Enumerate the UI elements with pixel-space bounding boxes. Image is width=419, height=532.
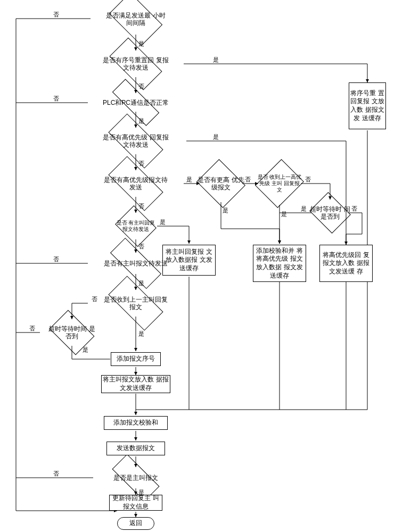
decision-recv-prev-high-pri-reply: 是否 收到上一高优先级 主叫 回复报文	[264, 165, 295, 202]
edge-label-yes: 是	[213, 133, 219, 141]
decision-high-pri-reply: 是否有高优先级 回复报文待发送	[110, 128, 161, 154]
edge-label-no: 否	[138, 243, 144, 251]
process-add-checksum: 添加报文校验和	[104, 416, 168, 430]
edge-label-yes: 是	[186, 176, 192, 184]
edge-label-yes: 是	[160, 218, 166, 226]
edge-label-no: 否	[138, 202, 144, 210]
decision-recv-prev-caller-reply: 是否收到上一主叫回复 报文	[110, 290, 161, 317]
decision-timeout-wait-2: 超时等待时 间是否到	[314, 200, 346, 226]
edge-label-yes: 是	[83, 346, 88, 354]
decision-caller-msg: 是否有主叫报文待发送	[110, 253, 161, 274]
terminator-return: 返回	[117, 517, 154, 530]
edge-label-yes: 是	[138, 117, 144, 125]
decision-timeout-wait: 超时等待时间 是否到	[53, 319, 91, 346]
process-put-caller-msg: 将主叫报文放入数 据报文发送缓存	[101, 375, 170, 393]
process-update-pending-reply: 更新待回复主 叫报文信息	[109, 495, 162, 511]
edge-label-no: 否	[53, 11, 59, 19]
edge-label-no: 否	[138, 82, 144, 90]
decision-seq-reset-reply: 是否有序号重置回 复报文待发送	[112, 51, 160, 77]
decision-higher-pri-msg: 是否有更高 优先级报文	[202, 168, 240, 200]
edge-label-yes: 是	[223, 206, 228, 214]
edge-label-no: 否	[53, 470, 59, 478]
edge-label-no: 否	[29, 325, 35, 332]
edge-label-no: 否	[92, 295, 97, 303]
edge-label-yes: 是	[138, 330, 144, 338]
edge-label-no: 否	[53, 255, 59, 263]
decision-min-interval: 是否满足发送最 小时间间隔	[113, 4, 159, 34]
process-send-data: 发送数据报文	[106, 442, 165, 455]
process-put-high-pri-reply: 将高优先级回 复报文放入数 据报文发送缓 存	[319, 245, 373, 282]
process-add-checksum-high-pri: 添加校验和并 将将高优先级 报文放入数据 报文发送缓存	[253, 245, 306, 282]
edge-label-yes: 是	[138, 488, 144, 496]
edge-label-yes: 是	[301, 205, 307, 213]
process-add-seq: 添加报文序号	[111, 352, 161, 366]
decision-high-pri-msg: 是否有高优先级报文待 发送	[110, 170, 161, 197]
process-put-seq-reset-reply: 将序号重 置回复报 文放入数 据报文发 送缓存	[349, 82, 386, 129]
edge-label-yes: 是	[213, 56, 219, 64]
edge-label-no: 否	[53, 95, 59, 103]
edge-label-no: 否	[138, 160, 144, 168]
edge-label-yes: 是	[138, 40, 144, 48]
edge-label-yes: 是	[138, 279, 144, 287]
edge-label-no: 否	[305, 176, 311, 184]
decision-is-caller-msg: 是否是主叫报文	[113, 467, 159, 488]
edge-label-yes: 是	[281, 210, 287, 218]
decision-plc-pc-comm: PLC和PC通信是否正常	[112, 93, 160, 112]
decision-caller-reply: 是否 有主叫回复 报文待发送	[120, 213, 152, 239]
